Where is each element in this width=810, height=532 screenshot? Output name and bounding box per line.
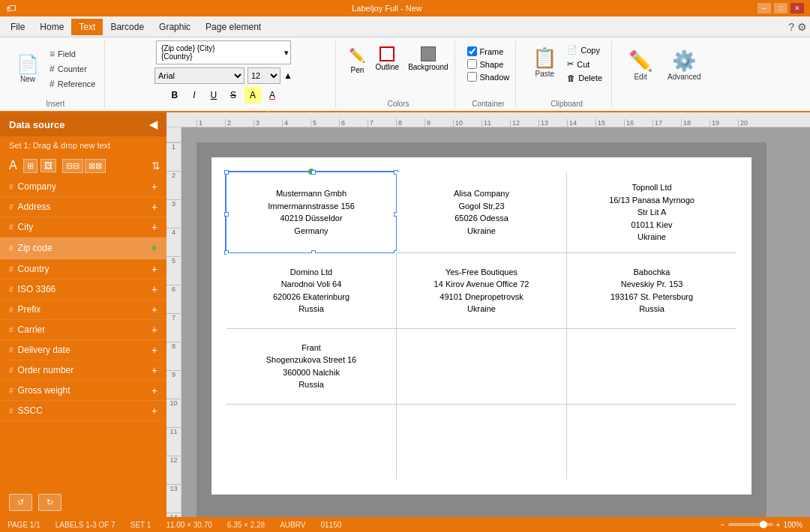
company-add-icon[interactable]: + [152,181,158,193]
label-cell-7[interactable] [397,329,566,404]
prefix-add-icon[interactable]: + [152,303,158,315]
sidebar-layout-btn1[interactable]: ⊟⊟ [62,159,83,173]
sidebar-settings-button[interactable]: ↻ [38,494,62,511]
order-add-icon[interactable]: + [152,364,158,376]
edit-button[interactable]: ✏️ Edit [624,46,657,84]
maximize-button[interactable]: □ [774,3,788,13]
background-button[interactable]: Background [408,46,448,71]
reference-item[interactable]: # Reference [46,77,98,91]
field-item[interactable]: ≡ Field [46,47,98,61]
label-cell-1[interactable]: Alisa CompanyGogol Str,2365026 OdessaUkr… [397,172,566,253]
country-add-icon[interactable]: + [152,263,158,275]
shape-checkbox-input[interactable] [467,59,477,69]
cut-item[interactable]: ✂ Cut [564,58,605,70]
sidebar-close-button[interactable]: ◀ [149,118,158,130]
advanced-button[interactable]: ⚙️ Advanced [663,46,705,84]
zoom-in-button[interactable]: + [776,521,781,529]
minimize-button[interactable]: ─ [758,3,771,13]
menu-file[interactable]: File [3,19,32,35]
outline-button[interactable]: Outline [375,46,399,71]
carrier-add-icon[interactable]: + [152,324,158,336]
gross-add-icon[interactable]: + [152,384,158,396]
resize-handle-ml[interactable] [224,212,229,217]
resize-handle-tm[interactable] [311,170,316,175]
menu-page-element[interactable]: Page element [198,19,268,35]
sidebar-item-zipcode[interactable]: # Zip code + [0,238,166,259]
sidebar-item-order-number[interactable]: # Order number + [0,360,166,381]
sidebar-refresh-button[interactable]: ↺ [9,494,32,511]
zoom-control: − + 100% [721,521,802,529]
canvas-area[interactable]: 1 2 3 4 5 6 7 8 9 10 11 12 13 14 15 16 1… [166,112,810,517]
zoom-handle[interactable] [760,521,767,528]
new-button[interactable]: 📄 New [12,51,44,86]
text-preview-dropdown[interactable]: ▾ [284,48,289,58]
sidebar-item-country[interactable]: # Country + [0,259,166,279]
sidebar-item-city[interactable]: # City + [0,217,166,238]
frame-checkbox-input[interactable] [467,46,477,56]
delete-item[interactable]: 🗑 Delete [564,72,605,84]
menu-text[interactable]: Text [71,19,103,35]
shadow-checkbox[interactable]: Shadow [467,72,510,82]
label-cell-6[interactable]: FrantShogenzukova Street 16360000 Nalchi… [226,329,396,404]
sidebar: Data source ◀ Set 1: Drag & drop new tex… [0,112,166,517]
italic-button[interactable]: I [186,87,202,103]
sidebar-item-company[interactable]: # Company + [0,177,166,197]
label-cell-2[interactable]: Topnoll Ltd16/13 Panasa MyrnogoStr Lit A… [567,172,736,253]
menu-home[interactable]: Home [32,19,71,35]
frame-checkbox[interactable]: Frame [467,46,510,56]
sidebar-item-address[interactable]: # Address + [0,197,166,217]
city-add-icon[interactable]: + [152,221,158,233]
status-source: AUBRV [280,521,305,529]
menu-barcode[interactable]: Barcode [103,19,152,35]
settings-button[interactable]: ⚙ [797,21,807,33]
menu-graphic[interactable]: Graphic [152,19,198,35]
resize-handle-tl[interactable] [224,170,229,175]
strikethrough-button[interactable]: S [225,87,242,103]
close-button[interactable]: ✕ [790,3,804,13]
shape-checkbox[interactable]: Shape [467,59,510,69]
sidebar-item-iso3366[interactable]: # ISO 3366 + [0,279,166,300]
sidebar-item-sscc[interactable]: # SSCC + [0,401,166,421]
sidebar-layout-btn2[interactable]: ⊠⊠ [85,159,106,173]
zipcode-add-icon[interactable]: + [151,241,158,255]
zoom-out-button[interactable]: − [721,521,725,529]
shadow-checkbox-input[interactable] [467,72,477,82]
sidebar-sort-button[interactable]: ⇅ [152,160,160,172]
label-cell-0[interactable]: Mustermann GmbhImmermannstrasse 15640219… [226,172,396,253]
underline-button[interactable]: U [206,87,222,103]
help-button[interactable]: ? [788,21,794,33]
highlight-button[interactable]: A [244,87,261,103]
sscc-add-icon[interactable]: + [152,405,158,417]
label-cell-11[interactable] [567,405,736,480]
bold-button[interactable]: B [166,87,183,103]
label-cell-3[interactable]: Domino LtdNarodnoi Voli 64620026 Ekateri… [226,253,396,328]
copy-item[interactable]: 📄 Copy [564,43,605,56]
label-canvas: Mustermann GmbhImmermannstrasse 15640219… [196,142,766,517]
sidebar-item-prefix[interactable]: # Prefix + [0,300,166,320]
delivery-add-icon[interactable]: + [152,344,158,356]
sidebar-item-delivery-date[interactable]: # Delivery date + [0,340,166,360]
font-select[interactable]: Arial [154,67,244,84]
label-text-2: Topnoll Ltd16/13 Panasa MyrnogoStr Lit A… [609,181,694,244]
underline-color-button[interactable]: A [264,87,280,103]
font-size-up-icon[interactable]: ▲ [284,70,292,81]
pen-button[interactable]: ✏️ Pen [348,46,366,74]
label-cell-4[interactable]: Yes-Free Boutiques14 Kirov Avenue Office… [397,253,566,328]
address-add-icon[interactable]: + [152,201,158,213]
label-cell-5[interactable]: BabochkaNeveskiy Pr. 153193167 St. Peter… [567,253,736,328]
sidebar-item-gross-weight[interactable]: # Gross weight + [0,381,166,401]
label-cell-9[interactable] [226,405,396,480]
sidebar-image-button[interactable]: 🖼 [40,159,56,172]
iso-add-icon[interactable]: + [152,283,158,295]
sidebar-item-carrier[interactable]: # Carrier + [0,320,166,340]
label-cell-8[interactable] [567,329,736,404]
font-size-select[interactable]: 12 8 10 14 16 [248,67,280,84]
paste-button[interactable]: 📋 Paste [528,43,561,81]
label-text-6: FrantShogenzukova Street 16360000 Nalchi… [266,342,356,391]
counter-item[interactable]: # Counter [46,62,98,76]
zoom-bar [728,523,773,526]
ribbon: 📄 New ≡ Field # Counter # Reference [0,37,810,112]
sidebar-add-text-button[interactable]: A [6,157,20,174]
label-cell-10[interactable] [397,405,566,480]
sidebar-table-button[interactable]: ⊞ [23,159,38,173]
